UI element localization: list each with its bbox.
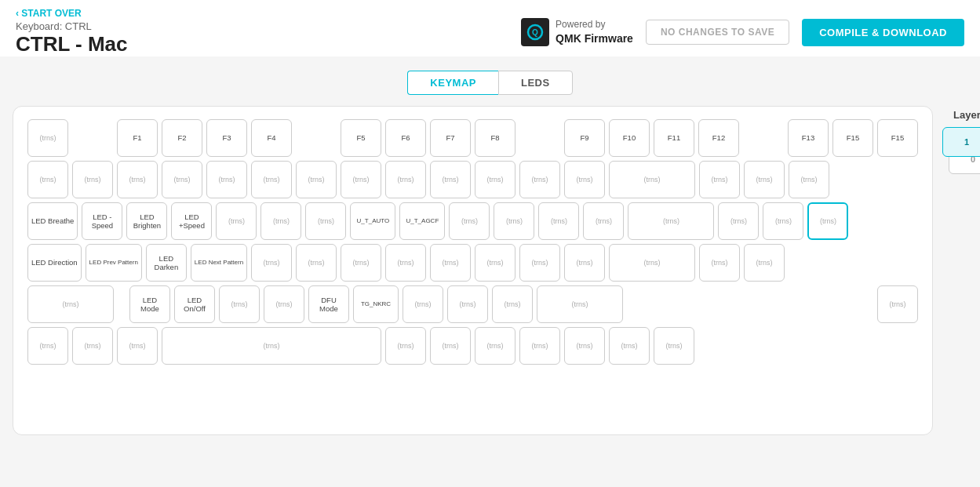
key-r2-11[interactable]: (trns) — [475, 161, 516, 198]
key-r4-12[interactable]: (trns) — [564, 244, 605, 282]
layer-card-1[interactable]: 1 — [942, 127, 980, 157]
key-r4-15[interactable]: (trns) — [744, 244, 785, 282]
key-r3-7[interactable]: (trns) — [305, 202, 346, 240]
key-f6[interactable]: F6 — [385, 119, 426, 157]
tab-keymap[interactable]: KEYMAP — [407, 71, 498, 95]
key-r3-15[interactable]: (trns) — [718, 202, 759, 240]
key-bottom-8[interactable]: (trns) — [519, 327, 560, 365]
key-r4-9[interactable]: (trns) — [430, 244, 471, 282]
key-f4[interactable]: F4 — [251, 119, 292, 157]
key-bottom-2[interactable]: (trns) — [72, 327, 113, 365]
key-spacebar[interactable]: (trns) — [162, 327, 381, 365]
key-led-plus-speed[interactable]: LED+Speed — [171, 202, 212, 240]
key-bottom-11[interactable]: (trns) — [654, 327, 694, 365]
key-r3-5[interactable]: (trns) — [216, 202, 257, 240]
key-r2-7[interactable]: (trns) — [296, 161, 337, 198]
key-f5[interactable]: F5 — [341, 119, 381, 157]
key-f11[interactable]: F11 — [654, 119, 694, 157]
svg-text:Q: Q — [532, 28, 538, 37]
key-r5-9[interactable]: (trns) — [403, 285, 443, 323]
key-r2-14[interactable]: (trns) — [609, 161, 695, 198]
key-led-darken[interactable]: LEDDarken — [146, 244, 187, 282]
key-led-direction[interactable]: LED Direction — [27, 244, 82, 282]
key-led-onoff[interactable]: LEDOn/Off — [174, 285, 215, 323]
key-r2-16[interactable]: (trns) — [744, 161, 785, 198]
key-r4-6[interactable]: (trns) — [296, 244, 337, 282]
key-row-bottom: (trns) (trns) (trns) (trns) (trns) (trns… — [27, 327, 918, 365]
key-r2-3[interactable]: (trns) — [117, 161, 158, 198]
key-f9[interactable]: F9 — [564, 119, 605, 157]
key-r2-4[interactable]: (trns) — [162, 161, 202, 198]
key-r2-2[interactable]: (trns) — [72, 161, 113, 198]
key-led-next-pattern[interactable]: LED Next Pattern — [191, 244, 247, 282]
key-r2-9[interactable]: (trns) — [385, 161, 426, 198]
key-trns[interactable]: (trns) — [27, 119, 68, 157]
key-row-led1: LED Breathe LED -Speed LEDBrighten LED+S… — [27, 202, 918, 240]
key-led-brighten[interactable]: LEDBrighten — [126, 202, 167, 240]
key-r3-6[interactable]: (trns) — [260, 202, 301, 240]
key-r5-12[interactable]: (trns) — [537, 285, 623, 323]
key-r5-5[interactable]: (trns) — [219, 285, 260, 323]
key-f15a[interactable]: F15 — [832, 119, 873, 157]
key-f3[interactable]: F3 — [206, 119, 247, 157]
key-r5-last[interactable]: (trns) — [877, 285, 918, 323]
key-led-breathe[interactable]: LED Breathe — [27, 202, 78, 240]
key-r3-10[interactable]: (trns) — [449, 202, 490, 240]
key-f10[interactable]: F10 — [609, 119, 650, 157]
key-bottom-3[interactable]: (trns) — [117, 327, 158, 365]
key-bottom-7[interactable]: (trns) — [475, 327, 516, 365]
key-led-mode[interactable]: LEDMode — [129, 285, 170, 323]
key-r4-13[interactable]: (trns) — [609, 244, 695, 282]
key-r3-12[interactable]: (trns) — [538, 202, 579, 240]
key-f2[interactable]: F2 — [162, 119, 202, 157]
key-bottom-5[interactable]: (trns) — [385, 327, 426, 365]
key-led-speed[interactable]: LED -Speed — [82, 202, 122, 240]
no-changes-button: NO CHANGES TO SAVE — [646, 20, 789, 45]
key-r4-11[interactable]: (trns) — [519, 244, 560, 282]
key-ut-agcf[interactable]: U_T_AGCF — [399, 202, 445, 240]
key-f12[interactable]: F12 — [698, 119, 739, 157]
tab-leds[interactable]: LEDS — [498, 71, 573, 95]
key-bottom-10[interactable]: (trns) — [609, 327, 650, 365]
key-r4-7[interactable]: (trns) — [341, 244, 381, 282]
key-r2-13[interactable]: (trns) — [564, 161, 605, 198]
key-r2-15[interactable]: (trns) — [699, 161, 740, 198]
key-r2-1[interactable]: (trns) — [27, 161, 68, 198]
key-f7[interactable]: F7 — [430, 119, 471, 157]
compile-download-button[interactable]: COMPILE & DOWNLOAD — [802, 19, 964, 46]
layers-stack: + 1 0 — [942, 127, 980, 190]
key-r4-14[interactable]: (trns) — [699, 244, 740, 282]
key-row-led2: LED Direction LED Prev Pattern LEDDarken… — [27, 244, 918, 282]
start-over-link[interactable]: ‹ START OVER — [16, 8, 128, 19]
key-bottom-6[interactable]: (trns) — [430, 327, 471, 365]
key-r3-16[interactable]: (trns) — [763, 202, 803, 240]
key-f15b[interactable]: F15 — [877, 119, 918, 157]
key-r3-11[interactable]: (trns) — [494, 202, 534, 240]
key-r5-1[interactable]: (trns) — [27, 285, 114, 323]
key-tg-nkrc[interactable]: TG_NKRC — [353, 285, 399, 323]
key-dfu-mode[interactable]: DFUMode — [308, 285, 349, 323]
key-r2-17[interactable]: (trns) — [789, 161, 829, 198]
key-ut-auto[interactable]: U_T_AUTO — [350, 202, 395, 240]
key-r4-5[interactable]: (trns) — [251, 244, 292, 282]
key-r5-11[interactable]: (trns) — [492, 285, 533, 323]
key-led-prev-pattern[interactable]: LED Prev Pattern — [86, 244, 142, 282]
key-f8[interactable]: F8 — [475, 119, 516, 157]
key-r4-8[interactable]: (trns) — [385, 244, 426, 282]
key-r4-10[interactable]: (trns) — [475, 244, 516, 282]
key-r2-6[interactable]: (trns) — [251, 161, 292, 198]
key-r3-14[interactable]: (trns) — [628, 202, 714, 240]
key-bottom-9[interactable]: (trns) — [564, 327, 605, 365]
key-r5-6[interactable]: (trns) — [264, 285, 304, 323]
key-r3-selected[interactable]: (trns) — [807, 202, 848, 240]
key-r2-5[interactable]: (trns) — [206, 161, 247, 198]
key-r3-13[interactable]: (trns) — [583, 202, 624, 240]
key-r2-8[interactable]: (trns) — [341, 161, 381, 198]
key-f13[interactable]: F13 — [788, 119, 829, 157]
key-r5-gap — [118, 285, 126, 323]
key-r2-10[interactable]: (trns) — [430, 161, 471, 198]
key-r5-10[interactable]: (trns) — [447, 285, 488, 323]
key-f1[interactable]: F1 — [117, 119, 158, 157]
key-bottom-1[interactable]: (trns) — [27, 327, 68, 365]
key-r2-12[interactable]: (trns) — [519, 161, 560, 198]
